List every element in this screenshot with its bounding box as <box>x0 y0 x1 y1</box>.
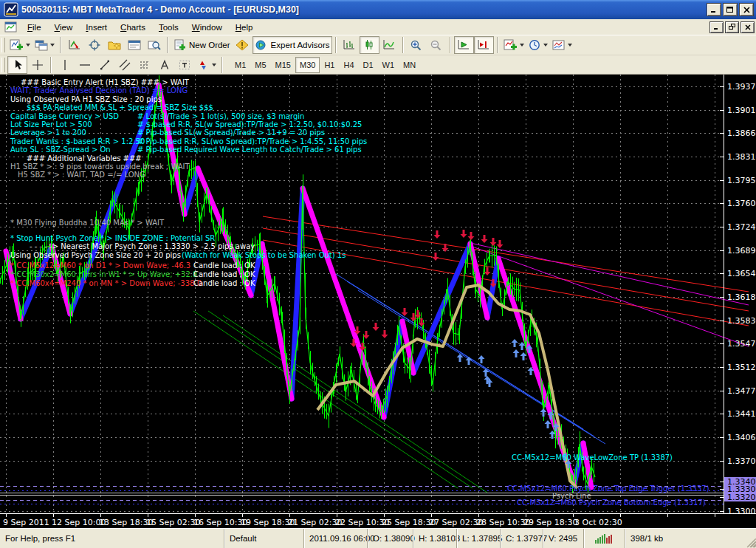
new-order-button[interactable]: New Order <box>171 36 233 54</box>
application-window: 500530115: MBT MetaTrader 4 - Demo Accou… <box>0 0 756 548</box>
maximize-icon <box>726 7 734 13</box>
status-high: H: 1.38103 <box>413 529 456 548</box>
chart-canvas[interactable]: 1.393701.390101.386601.383101.379501.376… <box>0 75 756 528</box>
text-label-icon <box>179 59 190 71</box>
dropdown-caret-icon <box>520 44 524 47</box>
svg-text:1.39370: 1.39370 <box>727 82 756 92</box>
svg-text:1.36540: 1.36540 <box>727 269 756 278</box>
title-bar[interactable]: 500530115: MBT MetaTrader 4 - Demo Accou… <box>0 0 756 19</box>
mdi-close-button[interactable] <box>740 21 755 33</box>
templates-icon <box>552 39 566 51</box>
profiles-button[interactable] <box>32 36 57 54</box>
text-label-button[interactable] <box>174 56 194 74</box>
timeframe-button-d1[interactable]: D1 <box>359 57 378 73</box>
fibonacci-button[interactable] <box>134 56 154 74</box>
status-connection <box>583 529 625 548</box>
timeframe-button-w1[interactable]: W1 <box>378 57 399 73</box>
trendline-button[interactable] <box>94 56 114 74</box>
templates-button[interactable] <box>550 36 574 54</box>
mdi-restore-icon <box>729 24 736 30</box>
market-watch-icon <box>68 39 81 51</box>
menu-item-charts[interactable]: Charts <box>114 21 152 34</box>
toolbar-separator <box>335 37 337 53</box>
timeframe-button-mn[interactable]: MN <box>399 57 420 73</box>
folder-star-icon <box>108 39 121 51</box>
menu-item-tools[interactable]: Tools <box>152 21 185 34</box>
new-chart-button[interactable] <box>7 36 32 54</box>
svg-text:3 Oct 02:30: 3 Oct 02:30 <box>574 518 622 527</box>
svg-text:1.34060: 1.34060 <box>727 433 756 442</box>
zoom-in-button[interactable] <box>407 36 427 54</box>
svg-text:1.34770: 1.34770 <box>727 386 756 396</box>
window-title: 500530115: MBT MetaTrader 4 - Demo Accou… <box>21 4 705 15</box>
market-watch-button[interactable] <box>64 36 84 54</box>
arrows-tool-button[interactable] <box>194 56 219 74</box>
alert-button[interactable] <box>233 36 252 54</box>
crosshair-button[interactable] <box>27 56 47 74</box>
mdi-restore-button[interactable] <box>725 21 739 33</box>
periods-button[interactable] <box>526 36 550 54</box>
resize-grip-icon[interactable] <box>744 529 756 548</box>
timeframe-button-m15[interactable]: M15 <box>271 57 295 73</box>
strategy-tester-button[interactable] <box>144 36 164 54</box>
menu-bar: FileViewInsertChartsToolsWindowHelp <box>0 19 756 35</box>
minimize-icon <box>710 7 718 13</box>
svg-text:19 Sep 18:30: 19 Sep 18:30 <box>241 518 295 527</box>
chart-shift-button[interactable] <box>474 36 494 54</box>
cursor-button[interactable] <box>7 56 27 74</box>
mdi-minimize-button[interactable] <box>709 21 724 33</box>
terminal-button[interactable] <box>124 36 144 54</box>
status-profile[interactable]: Default <box>224 529 303 548</box>
svg-text:25 Sep 18:30: 25 Sep 18:30 <box>382 518 436 527</box>
new-order-label: New Order <box>189 41 230 49</box>
dropdown-caret-icon <box>50 44 55 47</box>
chart-window-icon <box>4 21 18 33</box>
cursor-icon <box>12 59 24 71</box>
timeframe-button-h4[interactable]: H4 <box>339 57 358 73</box>
svg-text:9 Sep 2011: 9 Sep 2011 <box>3 518 49 527</box>
channel-button[interactable] <box>114 56 134 74</box>
minimize-button[interactable] <box>707 3 721 16</box>
auto-scroll-icon <box>457 39 470 51</box>
timeframe-button-m30[interactable]: M30 <box>295 57 320 73</box>
timeframe-button-m5[interactable]: M5 <box>250 57 270 73</box>
svg-text:1.36180: 1.36180 <box>727 292 756 302</box>
toolbar-grip[interactable] <box>1 58 5 72</box>
expert-advisors-button[interactable]: Expert Advisors <box>252 36 332 54</box>
timeframe-button-m1[interactable]: M1 <box>230 57 250 73</box>
text-button[interactable] <box>154 56 174 74</box>
crosshair-icon <box>88 39 101 51</box>
menu-item-help[interactable]: Help <box>229 21 260 34</box>
line-chart-button[interactable] <box>379 36 399 54</box>
auto-scroll-button[interactable] <box>454 36 474 54</box>
svg-text:29 Sep 18:30: 29 Sep 18:30 <box>523 518 577 527</box>
vertical-line-button[interactable] <box>55 56 75 74</box>
menu-item-insert[interactable]: Insert <box>79 21 114 34</box>
svg-text:1.35120: 1.35120 <box>727 363 756 372</box>
toolbar-grip[interactable] <box>1 38 5 52</box>
bar-chart-button[interactable] <box>340 36 360 54</box>
status-bar-time: 2011.09.16 06:00 <box>303 529 367 548</box>
crosshair-tool-icon <box>32 59 44 71</box>
navigator-button[interactable] <box>104 36 124 54</box>
menu-item-view[interactable]: View <box>48 21 80 34</box>
maximize-button[interactable] <box>723 3 738 16</box>
drawing-toolbar: M1M5M15M30H1H4D1W1MN <box>0 55 756 75</box>
close-button[interactable] <box>739 3 754 16</box>
timeframe-button-h1[interactable]: H1 <box>320 57 339 73</box>
toolbar-separator <box>167 37 168 53</box>
svg-text:12 Sep 10:00: 12 Sep 10:00 <box>52 518 106 527</box>
status-close: C: 1.37977 <box>500 529 543 548</box>
clock-icon <box>529 39 541 51</box>
standard-toolbar: New Order Expert Advisors <box>0 35 756 55</box>
zoom-out-button[interactable] <box>427 36 447 54</box>
svg-text:16 Sep 10:30: 16 Sep 10:30 <box>193 518 247 527</box>
menu-item-window[interactable]: Window <box>185 21 229 34</box>
terminal-icon <box>128 39 141 51</box>
toolbar-separator <box>60 37 61 53</box>
indicators-button[interactable] <box>501 36 526 54</box>
candlestick-chart-button[interactable] <box>360 36 379 54</box>
horizontal-line-button[interactable] <box>75 56 94 74</box>
menu-item-file[interactable]: File <box>21 21 48 34</box>
data-window-button[interactable] <box>84 36 104 54</box>
